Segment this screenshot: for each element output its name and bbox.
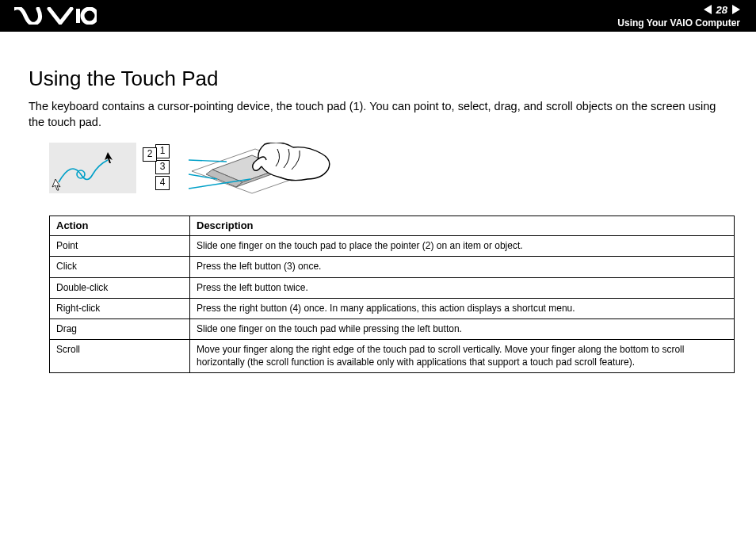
callout-3: 3 [155,160,170,174]
cell-action: Click [50,257,190,277]
intro-paragraph: The keyboard contains a cursor-pointing … [29,99,727,130]
cell-description: Slide one finger on the touch pad to pla… [190,236,735,257]
svg-rect-0 [76,9,80,23]
cell-action: Drag [50,318,190,339]
callout-stack: 1 3 4 [155,144,170,190]
callout-2: 2 [143,147,157,162]
cell-action: Scroll [50,340,190,373]
actions-table: Action Description Point Slide one finge… [49,216,735,373]
svg-line-7 [189,160,227,162]
figure-touchpad-hand [189,143,331,204]
col-action: Action [50,216,190,236]
cell-description: Press the right button (4) once. In many… [190,298,735,318]
cell-action: Double-click [50,277,190,298]
vaio-logo [14,7,97,25]
table-row: Point Slide one finger on the touch pad … [50,236,735,257]
nav-prev-icon[interactable] [704,5,712,14]
page-number: 28 [715,4,729,16]
page-root: 28 Using Your VAIO Computer Using the To… [0,0,756,534]
header-bar: 28 Using Your VAIO Computer [0,0,756,32]
nav-next-icon[interactable] [732,5,740,14]
figure-row: 2 1 3 4 [49,143,727,204]
table-row: Double-click Press the left button twice… [50,277,735,298]
cell-description: Press the left button (3) once. [190,257,735,277]
callout-4: 4 [155,176,170,190]
cell-action: Right-click [50,298,190,318]
cell-description: Press the left button twice. [190,277,735,298]
table-row: Drag Slide one finger on the touch pad w… [50,318,735,339]
figure-cursor-trail: 2 [49,143,136,193]
svg-point-1 [82,9,97,23]
page-title: Using the Touch Pad [29,67,727,91]
callout-1: 1 [155,144,170,158]
cell-action: Point [50,236,190,257]
table-row: Click Press the left button (3) once. [50,257,735,277]
table-header-row: Action Description [50,216,735,236]
table-row: Right-click Press the right button (4) o… [50,298,735,318]
chapter-title: Using Your VAIO Computer [617,17,740,29]
cell-description: Slide one finger on the touch pad while … [190,318,735,339]
page-content: Using the Touch Pad The keyboard contain… [0,32,756,373]
table-row: Scroll Move your finger along the right … [50,340,735,373]
page-nav: 28 Using Your VAIO Computer [617,4,740,29]
cell-description: Move your finger along the right edge of… [190,340,735,373]
col-description: Description [190,216,735,236]
